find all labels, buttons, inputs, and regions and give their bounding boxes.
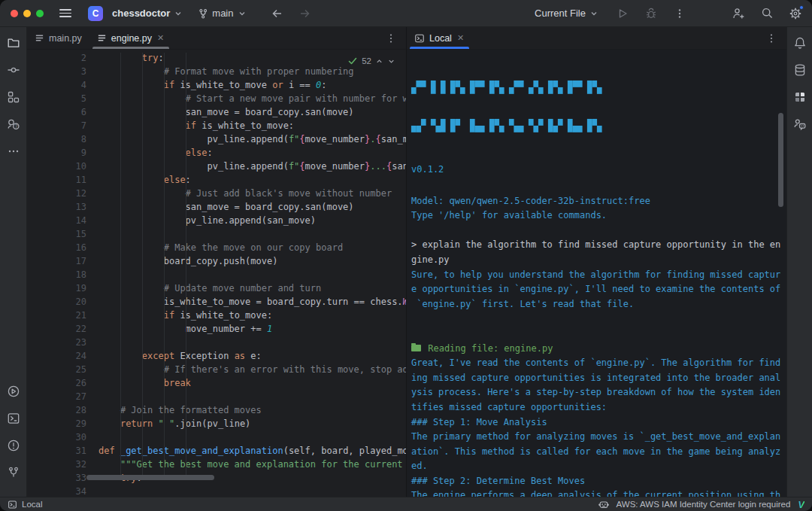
code-line[interactable]: 23: [27, 337, 406, 351]
code-line[interactable]: 14 pv_line.append(san_move): [27, 215, 406, 229]
code-text[interactable]: """Get the best move and explanation for…: [98, 459, 406, 473]
terminal-line[interactable]: Model: qwen/qwen-2.5-coder-32b-instruct:…: [411, 194, 786, 209]
line-number[interactable]: 17: [27, 256, 98, 269]
code-line[interactable]: 12 # Just add black's move without numbe…: [27, 188, 406, 202]
line-number[interactable]: 30: [27, 432, 98, 446]
line-number[interactable]: 26: [27, 378, 98, 391]
terminal-line[interactable]: Type '/help' for available commands.: [411, 208, 786, 224]
code-line[interactable]: 7 if is_white_to_move:: [27, 120, 406, 134]
terminal-line[interactable]: `engine.py` first. Let's read that file.: [411, 297, 786, 312]
commit-icon[interactable]: [3, 59, 24, 81]
close-icon[interactable]: ✕: [456, 33, 465, 43]
terminal-output[interactable]: ▄▀▀ █ █ █▀▄ █▀▀ █▀▄ ▄▀▀ ▄▀▄ █▀▄ █▀▀ █▀▄ …: [407, 50, 786, 497]
line-number[interactable]: 11: [27, 175, 98, 188]
terminal-line[interactable]: > explain the algorithm to find missed c…: [411, 238, 786, 253]
line-number[interactable]: 2: [27, 53, 98, 66]
branch-selector[interactable]: main: [193, 5, 250, 21]
close-window-button[interactable]: [11, 10, 18, 17]
line-number[interactable]: 9: [27, 148, 98, 161]
statusbar-terminal-widget[interactable]: Local: [8, 500, 43, 509]
code-line[interactable]: 25 # If there's an error with this move,…: [27, 364, 406, 378]
code-line[interactable]: 26 break: [27, 378, 406, 391]
line-number[interactable]: 24: [27, 351, 98, 364]
code-line[interactable]: 6 san_move = board_copy.san(move): [27, 107, 406, 120]
code-text[interactable]: else:: [98, 175, 191, 188]
code-line[interactable]: 11 else:: [27, 175, 406, 188]
chevron-down-icon[interactable]: [387, 57, 395, 65]
code-line[interactable]: 30: [27, 432, 406, 446]
terminal-line[interactable]: The primary method for analyzing moves i…: [411, 430, 786, 445]
line-number[interactable]: 22: [27, 324, 98, 337]
run-button[interactable]: [614, 5, 632, 23]
code-with-me-icon[interactable]: [729, 5, 747, 23]
line-number[interactable]: 27: [27, 391, 98, 405]
chevron-up-icon[interactable]: [375, 57, 383, 65]
line-number[interactable]: 29: [27, 418, 98, 432]
database-icon[interactable]: [789, 59, 810, 81]
terminal-line[interactable]: [411, 224, 786, 239]
terminal-line[interactable]: ing missed capture opportunities is inte…: [411, 371, 786, 386]
code-text[interactable]: pv_line.append(san_move): [98, 215, 316, 229]
terminal-icon[interactable]: [3, 408, 24, 429]
code-line[interactable]: 28 # Join the formatted moves: [27, 405, 406, 418]
code-line[interactable]: 33 try:: [27, 473, 406, 486]
plugin-pinwheel-icon[interactable]: [789, 87, 810, 108]
code-line[interactable]: 3 # Format move with proper numbering: [27, 66, 406, 80]
code-line[interactable]: 4 if is_white_to_move or i == 0:: [27, 80, 406, 93]
code-text[interactable]: else:: [98, 148, 213, 161]
terminal-line[interactable]: [411, 312, 786, 327]
line-number[interactable]: 7: [27, 120, 98, 134]
line-number[interactable]: 4: [27, 80, 98, 93]
problems-icon[interactable]: [3, 435, 24, 456]
code-text[interactable]: def _get_best_move_and_explanation(self,…: [98, 446, 406, 459]
main-menu-icon[interactable]: [59, 9, 71, 17]
git-branch-icon[interactable]: [3, 462, 24, 483]
code-line[interactable]: 29 return " ".join(pv_line): [27, 418, 406, 432]
code-text[interactable]: board_copy.push(move): [98, 256, 277, 269]
tab-engine-py[interactable]: engine.py ✕: [89, 27, 172, 49]
line-number[interactable]: 8: [27, 134, 98, 148]
close-icon[interactable]: ✕: [156, 33, 165, 43]
zoom-window-button[interactable]: [36, 10, 44, 17]
line-number[interactable]: 32: [27, 459, 98, 473]
terminal-line[interactable]: The engine performs a deep analysis of t…: [411, 488, 786, 497]
vertical-scrollbar[interactable]: [778, 113, 783, 207]
line-number[interactable]: 5: [27, 93, 98, 107]
notifications-bell-icon[interactable]: [789, 32, 810, 53]
line-number[interactable]: 12: [27, 188, 98, 202]
line-number[interactable]: 13: [27, 202, 98, 215]
line-number[interactable]: 20: [27, 297, 98, 310]
code-text[interactable]: return " ".join(pv_line): [98, 418, 250, 432]
line-number[interactable]: 21: [27, 310, 98, 324]
code-text[interactable]: # Start a new move pair with number for …: [98, 93, 406, 107]
code-line[interactable]: 5 # Start a new move pair with number fo…: [27, 93, 406, 107]
terminal-line[interactable]: gine.py: [411, 253, 786, 268]
code-text[interactable]: is_white_to_move = board_copy.turn == ch…: [98, 297, 406, 310]
code-line[interactable]: 10 pv_line.append(f"{move_number}...{san…: [27, 161, 406, 175]
forward-button[interactable]: [296, 5, 314, 23]
code-text[interactable]: except Exception as e:: [98, 351, 262, 364]
code-line[interactable]: 13 san_move = board_copy.san(move): [27, 202, 406, 215]
line-number[interactable]: 18: [27, 269, 98, 283]
v-logo[interactable]: V: [798, 499, 804, 510]
code-line[interactable]: 9 else:: [27, 148, 406, 161]
line-number[interactable]: 3: [27, 66, 98, 80]
code-line[interactable]: 21 if is_white_to_move:: [27, 310, 406, 324]
code-line[interactable]: 15: [27, 229, 406, 242]
code-text[interactable]: pv_line.append(f"{move_number}.{san_mov: [98, 134, 406, 148]
line-number[interactable]: 31: [27, 446, 98, 459]
line-number[interactable]: 16: [27, 242, 98, 256]
run-tool-icon[interactable]: [3, 381, 24, 402]
terminal-line[interactable]: Great, I've read the contents of `engine…: [411, 356, 786, 371]
code-text[interactable]: break: [98, 378, 191, 391]
line-number[interactable]: 25: [27, 364, 98, 378]
code-text[interactable]: if is_white_to_move or i == 0:: [98, 80, 326, 93]
code-line[interactable]: 20 is_white_to_move = board_copy.turn ==…: [27, 297, 406, 310]
code-text[interactable]: san_move = board_copy.san(move): [98, 107, 354, 120]
horizontal-scrollbar[interactable]: [86, 475, 214, 480]
line-number[interactable]: 19: [27, 283, 98, 297]
more-tool-windows-icon[interactable]: [3, 141, 24, 162]
terminal-line[interactable]: ation`. This method is called for each m…: [411, 445, 786, 460]
tab-main-py[interactable]: main.py: [27, 27, 89, 49]
code-line[interactable]: 19 # Update move number and turn: [27, 283, 406, 297]
